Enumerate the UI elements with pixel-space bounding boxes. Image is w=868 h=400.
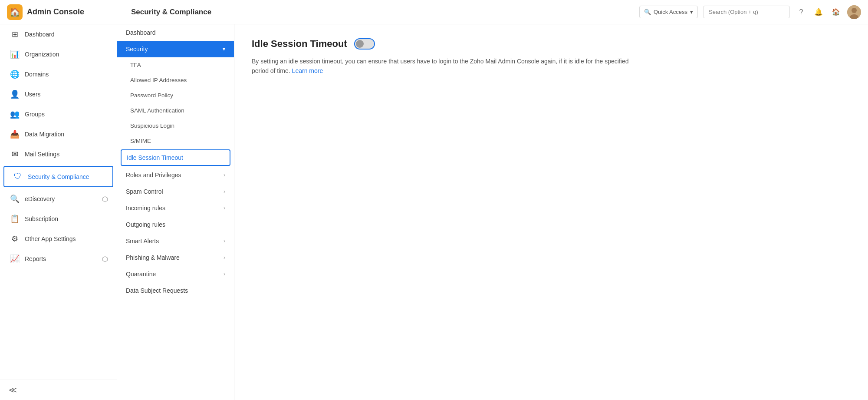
nav-incoming-label: Incoming rules <box>126 205 165 212</box>
mail-settings-icon: ✉ <box>10 149 20 159</box>
security-chevron-icon: ▾ <box>223 46 225 52</box>
organization-icon: 📊 <box>10 50 20 59</box>
sidebar-item-label: Groups <box>25 111 45 118</box>
main-layout: ⊞ Dashboard 📊 Organization 🌐 Domains 👤 U… <box>0 24 868 400</box>
incoming-arrow-icon: › <box>224 205 225 211</box>
domains-icon: 🌐 <box>10 69 20 79</box>
nav-sub-saml[interactable]: SAML Authentication <box>117 103 234 118</box>
toggle-thumb <box>356 40 364 48</box>
content-area: Idle Session Timeout By setting an idle … <box>234 24 868 400</box>
nav-spam-label: Spam Control <box>126 188 163 195</box>
nav-outgoing-label: Outgoing rules <box>126 221 165 228</box>
sidebar-item-label: Security & Compliance <box>28 173 89 180</box>
nav-quarantine-label: Quarantine <box>126 271 156 278</box>
sidebar-item-dashboard[interactable]: ⊞ Dashboard <box>0 24 117 44</box>
help-icon[interactable]: ? <box>795 6 807 18</box>
subscription-icon: 📋 <box>10 214 20 224</box>
data-migration-icon: 📥 <box>10 129 20 139</box>
sidebar-item-subscription[interactable]: 📋 Subscription <box>0 209 117 229</box>
sidebar-item-reports[interactable]: 📈 Reports ⬡ <box>0 249 117 269</box>
ediscovery-icon: 🔍 <box>10 194 20 204</box>
nav-item-spam-control[interactable]: Spam Control › <box>117 183 234 200</box>
sidebar-item-label: eDiscovery <box>25 195 55 202</box>
sidebar-item-domains[interactable]: 🌐 Domains <box>0 64 117 84</box>
roles-arrow-icon: › <box>224 172 225 178</box>
bell-icon[interactable]: 🔔 <box>812 6 825 18</box>
dashboard-icon: ⊞ <box>10 30 20 39</box>
quarantine-arrow-icon: › <box>224 271 225 277</box>
sidebar: ⊞ Dashboard 📊 Organization 🌐 Domains 👤 U… <box>0 24 117 400</box>
security-compliance-icon: 🛡 <box>13 172 23 181</box>
sidebar-item-label: Domains <box>25 71 49 78</box>
sidebar-item-organization[interactable]: 📊 Organization <box>0 44 117 64</box>
svg-point-1 <box>852 8 857 13</box>
sidebar-item-groups[interactable]: 👥 Groups <box>0 104 117 124</box>
home-icon[interactable]: 🏠 <box>830 6 842 18</box>
nav-item-dashboard[interactable]: Dashboard <box>117 24 234 41</box>
nav-item-security[interactable]: Security ▾ <box>117 41 234 57</box>
phishing-arrow-icon: › <box>224 255 225 261</box>
avatar[interactable] <box>847 5 861 19</box>
nav-sub-idle-session-timeout[interactable]: Idle Session Timeout <box>121 149 230 166</box>
groups-icon: 👥 <box>10 109 20 119</box>
nav-item-phishing-malware[interactable]: Phishing & Malware › <box>117 249 234 266</box>
sidebar-item-security-compliance[interactable]: 🛡 Security & Compliance <box>3 166 113 187</box>
sidebar-item-mail-settings[interactable]: ✉ Mail Settings <box>0 144 117 164</box>
sidebar-item-other-app-settings[interactable]: ⚙ Other App Settings <box>0 229 117 249</box>
sidebar-collapse-button[interactable]: ≪ <box>0 380 117 400</box>
app-title: Admin Console <box>27 7 84 17</box>
nav-security-label: Security <box>126 46 148 53</box>
sidebar-item-data-migration[interactable]: 📥 Data Migration <box>0 124 117 144</box>
reports-badge: ⬡ <box>102 255 108 263</box>
header-right: 🔍 Quick Access ▾ ? 🔔 🏠 <box>639 5 861 19</box>
smart-alerts-arrow-icon: › <box>224 238 225 244</box>
sidebar-item-label: Data Migration <box>25 131 64 138</box>
sidebar-item-label: Subscription <box>25 215 58 222</box>
middle-nav: Dashboard Security ▾ TFA Allowed IP Addr… <box>117 24 234 400</box>
chevron-down-icon: ▾ <box>690 9 693 15</box>
search-icon: 🔍 <box>644 9 651 15</box>
sidebar-item-label: Users <box>25 91 41 98</box>
page-title-header: Security & Compliance <box>124 8 639 17</box>
nav-item-roles-privileges[interactable]: Roles and Privileges › <box>117 167 234 183</box>
ediscovery-badge: ⬡ <box>102 195 108 203</box>
content-header: Idle Session Timeout <box>252 38 851 50</box>
nav-dashboard-label: Dashboard <box>126 29 156 36</box>
reports-icon: 📈 <box>10 254 20 264</box>
nav-roles-label: Roles and Privileges <box>126 172 181 179</box>
learn-more-link[interactable]: Learn more <box>292 67 323 74</box>
nav-sub-smime[interactable]: S/MIME <box>117 133 234 149</box>
nav-sub-suspicious-login[interactable]: Suspicious Login <box>117 118 234 133</box>
users-icon: 👤 <box>10 89 20 99</box>
nav-item-outgoing-rules[interactable]: Outgoing rules <box>117 216 234 233</box>
spam-arrow-icon: › <box>224 188 225 195</box>
other-app-icon: ⚙ <box>10 234 20 244</box>
quick-access-label: Quick Access <box>654 9 687 15</box>
sidebar-item-label: Reports <box>25 255 46 262</box>
nav-smart-alerts-label: Smart Alerts <box>126 238 159 245</box>
header-left: 🏠 Admin Console <box>7 4 124 20</box>
idle-session-toggle[interactable] <box>354 38 375 50</box>
nav-item-smart-alerts[interactable]: Smart Alerts › <box>117 233 234 249</box>
logo-icon: 🏠 <box>7 4 23 20</box>
content-description: By setting an idle session timeout, you … <box>252 56 642 76</box>
sidebar-item-users[interactable]: 👤 Users <box>0 84 117 104</box>
collapse-icon: ≪ <box>9 385 17 395</box>
nav-item-quarantine[interactable]: Quarantine › <box>117 266 234 282</box>
nav-sub-password-policy[interactable]: Password Policy <box>117 88 234 103</box>
top-header: 🏠 Admin Console Security & Compliance 🔍 … <box>0 0 868 24</box>
sidebar-item-label: Other App Settings <box>25 235 76 242</box>
nav-item-data-subject-requests[interactable]: Data Subject Requests <box>117 282 234 299</box>
nav-phishing-label: Phishing & Malware <box>126 254 180 261</box>
nav-sub-allowed-ip[interactable]: Allowed IP Addresses <box>117 73 234 88</box>
sidebar-item-label: Organization <box>25 51 59 58</box>
content-title: Idle Session Timeout <box>252 38 347 50</box>
quick-access-button[interactable]: 🔍 Quick Access ▾ <box>639 6 698 18</box>
nav-data-subject-label: Data Subject Requests <box>126 287 188 294</box>
nav-sub-tfa[interactable]: TFA <box>117 57 234 73</box>
nav-item-incoming-rules[interactable]: Incoming rules › <box>117 200 234 216</box>
sidebar-item-ediscovery[interactable]: 🔍 eDiscovery ⬡ <box>0 189 117 209</box>
sidebar-item-label: Dashboard <box>25 31 55 38</box>
search-input[interactable] <box>703 6 790 18</box>
sidebar-item-label: Mail Settings <box>25 151 59 158</box>
